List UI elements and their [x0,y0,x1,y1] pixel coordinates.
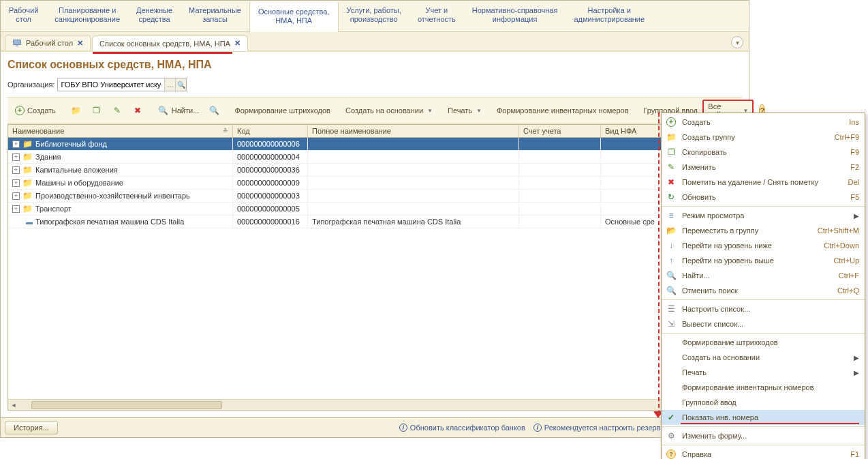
menu-item[interactable]: Печать▶ [662,365,865,380]
edit-button[interactable]: ✎ [107,102,127,119]
menu-separator [662,426,865,427]
create-button[interactable]: + Создать [10,103,61,118]
menu-item[interactable]: ↑Перейти на уровень вышеCtrl+Up [662,253,865,268]
menu-label: Показать инв. номера [682,413,758,421]
expand-toggle[interactable]: + [12,192,20,200]
copy-button[interactable]: ❐ [87,102,107,119]
panel-menu-button[interactable]: ▾ [731,36,743,48]
grid-body: +📁Библиотечный фонд000000000000006+📁Здан… [8,138,741,228]
menu-item[interactable]: ↻ОбновитьF5 [662,190,865,205]
create-group-button[interactable]: 📁 [66,102,87,119]
table-row[interactable]: +📁Капитальные вложения000000000000036 [8,164,741,177]
status-bar: История... i Обновить классификатор банк… [1,417,749,437]
menu-item[interactable]: ⇲Вывести список... [662,316,865,331]
status-link-update-banks[interactable]: i Обновить классификатор банков [399,424,525,432]
scroll-thumb[interactable] [31,401,222,409]
inv-numbers-button[interactable]: Формирование инвентарных номеров [492,104,634,117]
menu-label: Обновить [682,193,716,201]
find-button[interactable]: 🔍 Найти... [153,102,204,119]
grid: Наименование ≛ Код Полное наименование С… [7,124,742,411]
col-code[interactable]: Код [233,125,308,137]
menu-shortcut: F9 [850,148,859,156]
menu-label: Настроить список... [682,305,750,313]
menu-item[interactable]: ?СправкаF1 [662,447,865,459]
submenu-arrow-icon: ▶ [854,369,859,376]
table-row[interactable]: +📁Производственно-хозяйственный инвентар… [8,190,741,203]
tab-desktop[interactable]: Рабочий стол ✕ [5,35,91,50]
section-nav-item[interactable]: Услуги, работы,производство [339,1,409,31]
blank-icon [666,397,677,408]
menu-separator [662,445,865,445]
menu-item[interactable]: Формирование инвентарных номеров [662,380,865,395]
menu-item[interactable]: +СоздатьIns [662,115,865,130]
view-icon: ≡ [666,210,677,221]
expand-toggle[interactable]: + [12,179,20,187]
history-button[interactable]: История... [5,421,58,434]
menu-label: Формирование инвентарных номеров [682,383,814,391]
expand-toggle[interactable]: + [12,166,20,174]
section-nav-item[interactable]: Рабочийстол [1,1,46,31]
tab-list[interactable]: Список основных средств, НМА, НПА ✕ [92,35,248,51]
menu-item[interactable]: Групповой ввод [662,395,865,410]
row-code: 000000000000036 [233,164,308,176]
section-nav-item[interactable]: Денежныесредства [128,1,181,31]
section-nav-item[interactable]: Планирование исанкционирование [46,1,128,31]
plus-icon: + [15,106,25,115]
table-row[interactable]: +📁Машины и оборудование000000000000009 [8,177,741,190]
blank-icon [666,352,677,363]
section-nav-item[interactable]: Настройка иадминистрирование [565,1,653,31]
org-selector[interactable]: … 🔍 [57,78,187,91]
close-icon[interactable]: ✕ [77,39,83,48]
expand-toggle[interactable]: + [12,205,20,213]
folder-icon: 📁 [22,152,33,162]
menu-item[interactable]: ✖Пометить на удаление / Снять пометкуDel [662,175,865,190]
menu-item[interactable]: ≡Режим просмотра▶ [662,208,865,223]
menu-item[interactable]: 📂Переместить в группуCtrl+Shift+M [662,223,865,238]
menu-item[interactable]: ⚙Изменить форму... [662,428,865,443]
expand-toggle[interactable]: + [12,153,20,161]
section-nav-item[interactable]: Материальныезапасы [181,1,249,31]
menu-item[interactable]: 🔍Отменить поискCtrl+Q [662,283,865,298]
h-scrollbar[interactable]: ◄ ► [8,399,741,410]
menu-shortcut: Ctrl+Down [824,241,859,250]
pencil-icon: ✎ [112,105,123,116]
print-button[interactable]: Печать ▼ [443,104,486,117]
menu-label: Создать [682,118,711,126]
menu-label: Перейти на уровень выше [682,256,774,265]
close-icon[interactable]: ✕ [234,39,241,48]
col-full[interactable]: Полное наименование [308,125,519,137]
copy-icon: ❐ [666,147,677,158]
section-nav-item[interactable]: Учет иотчетность [409,1,464,31]
desktop-icon [12,38,22,48]
table-row[interactable]: +📁Здания000000000000004 [8,151,741,164]
menu-item[interactable]: 📁Создать группуCtrl+F9 [662,130,865,145]
col-acct[interactable]: Счет учета [519,125,601,137]
menu-item[interactable]: 🔍Найти...Ctrl+F [662,268,865,283]
expand-toggle[interactable]: + [12,140,20,148]
section-nav-item[interactable]: Основные средства,НМА, НПА [249,1,339,32]
item-icon: ▬ [26,218,33,226]
menu-item[interactable]: ↓Перейти на уровень нижеCtrl+Down [662,238,865,253]
cancel-find-button[interactable]: 🔍 [204,102,224,119]
delete-button[interactable]: ✖ [127,102,148,119]
table-row[interactable]: +📁Библиотечный фонд000000000000006 [8,138,741,151]
section-nav: РабочийстолПланирование исанкционировани… [1,1,749,32]
col-name[interactable]: Наименование ≛ [8,125,233,137]
barcodes-button[interactable]: Формирование штрихкодов [230,104,335,117]
check-icon: ✓ [666,412,677,423]
create-based-button[interactable]: Создать на основании ▼ [341,104,437,117]
menu-item[interactable]: ✓Показать инв. номера [662,410,865,425]
search-icon[interactable]: 🔍 [175,78,186,91]
menu-item[interactable]: ✎ИзменитьF2 [662,160,865,175]
menu-item[interactable]: ☰Настроить список... [662,301,865,316]
menu-item[interactable]: Создать на основании▶ [662,350,865,365]
org-input[interactable] [58,78,164,91]
section-nav-item[interactable]: Нормативно-справочнаяинформация [464,1,566,31]
scroll-left-icon[interactable]: ◄ [8,400,19,410]
menu-item[interactable]: Формирование штрихкодов [662,335,865,350]
select-button[interactable]: … [164,78,175,91]
table-row[interactable]: ▬Типографская печатная машина CDS Italia… [8,216,741,228]
menu-separator [662,333,865,334]
menu-item[interactable]: ❐СкопироватьF9 [662,145,865,160]
table-row[interactable]: +📁Транспорт000000000000005 [8,203,741,216]
